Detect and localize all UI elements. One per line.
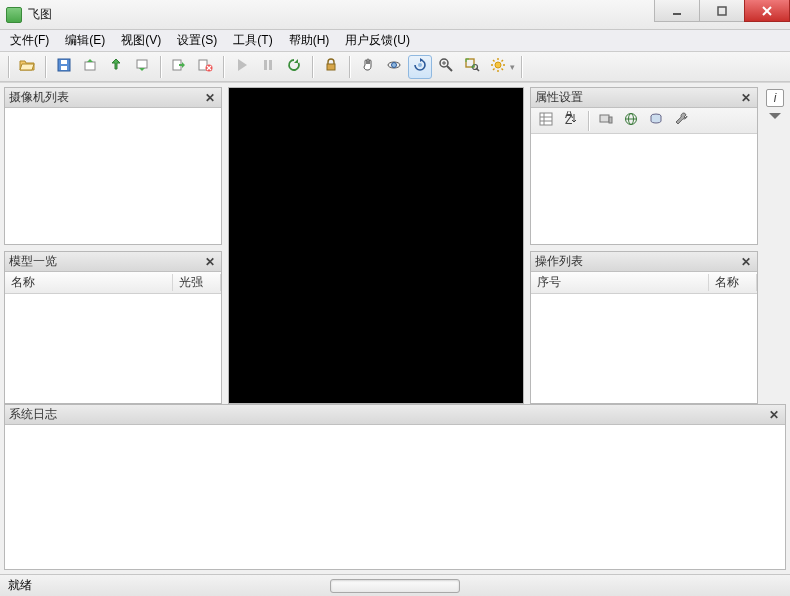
categorize-icon	[538, 111, 554, 130]
svg-line-31	[493, 60, 495, 62]
panel-close-button[interactable]: ✕	[739, 255, 753, 269]
sun-button[interactable]	[486, 55, 510, 79]
pause-button[interactable]	[256, 55, 280, 79]
operation-list-body: 序号 名称	[531, 272, 757, 403]
device-icon	[598, 111, 614, 130]
panel-header: 摄像机列表 ✕	[5, 88, 221, 108]
operation-list-panel: 操作列表 ✕ 序号 名称	[530, 251, 758, 404]
zoom-icon	[438, 57, 454, 76]
zoom-button[interactable]	[434, 55, 458, 79]
viewport-3d[interactable]	[228, 87, 524, 404]
separator	[349, 56, 350, 78]
camera-list-panel: 摄像机列表 ✕	[4, 87, 222, 245]
maximize-button[interactable]	[699, 0, 745, 22]
cancel-import-button[interactable]	[193, 55, 217, 79]
zoom-window-icon	[464, 57, 480, 76]
wrench-button[interactable]	[670, 110, 692, 132]
svg-point-26	[495, 62, 501, 68]
orbit-button[interactable]	[382, 55, 406, 79]
side-buttons: i	[764, 87, 786, 404]
minimize-button[interactable]	[654, 0, 700, 22]
window-controls	[655, 0, 790, 29]
redo-button[interactable]	[130, 55, 154, 79]
col-intensity[interactable]: 光强	[173, 274, 221, 291]
col-opname[interactable]: 名称	[709, 274, 757, 291]
play-button[interactable]	[230, 55, 254, 79]
separator	[45, 56, 46, 78]
separator	[521, 56, 522, 78]
panel-header: 操作列表 ✕	[531, 252, 757, 272]
import-icon	[171, 57, 187, 76]
categorize-button[interactable]	[535, 110, 557, 132]
dropdown-indicator-icon: ▾	[510, 62, 515, 72]
panel-title: 属性设置	[535, 89, 583, 106]
svg-rect-42	[609, 117, 612, 123]
property-body[interactable]	[531, 134, 757, 244]
info-side-button[interactable]: i	[766, 89, 784, 107]
info-icon: i	[774, 91, 777, 105]
panel-header: 系统日志 ✕	[5, 405, 785, 425]
rotate-icon	[412, 57, 428, 76]
close-button[interactable]	[744, 0, 790, 22]
left-column: 摄像机列表 ✕ 模型一览 ✕ 名称 光强	[4, 87, 222, 404]
refresh-button[interactable]	[282, 55, 306, 79]
col-name[interactable]: 名称	[5, 274, 173, 291]
web-button[interactable]	[620, 110, 642, 132]
title-bar: 飞图	[0, 0, 790, 30]
expand-side-button[interactable]	[769, 113, 781, 119]
svg-line-32	[502, 69, 504, 71]
separator	[312, 56, 313, 78]
orbit-icon	[386, 57, 402, 76]
model-list-body: 名称 光强	[5, 272, 221, 403]
panel-close-button[interactable]: ✕	[203, 91, 217, 105]
panel-close-button[interactable]: ✕	[767, 408, 781, 422]
separator	[223, 56, 224, 78]
hand-button[interactable]	[356, 55, 380, 79]
svg-rect-35	[540, 113, 552, 125]
lock-button[interactable]	[319, 55, 343, 79]
undo-icon	[82, 57, 98, 76]
svg-rect-14	[264, 60, 267, 70]
svg-point-19	[418, 63, 422, 67]
menu-tools[interactable]: 工具(T)	[225, 30, 280, 51]
cancel-import-icon	[197, 57, 213, 76]
disk-button[interactable]	[645, 110, 667, 132]
menu-view[interactable]: 视图(V)	[113, 30, 169, 51]
log-body[interactable]	[5, 425, 785, 569]
wrench-icon	[673, 111, 689, 130]
menu-edit[interactable]: 编辑(E)	[57, 30, 113, 51]
menu-bar: 文件(F) 编辑(E) 视图(V) 设置(S) 工具(T) 帮助(H) 用户反馈…	[0, 30, 790, 52]
zoom-window-button[interactable]	[460, 55, 484, 79]
panel-close-button[interactable]: ✕	[739, 91, 753, 105]
col-seq[interactable]: 序号	[531, 274, 709, 291]
menu-settings[interactable]: 设置(S)	[169, 30, 225, 51]
status-bar: 就绪	[0, 574, 790, 596]
rotate-button[interactable]	[408, 55, 432, 79]
svg-rect-16	[327, 64, 335, 70]
camera-list-body[interactable]	[5, 108, 221, 244]
system-log-panel: 系统日志 ✕	[4, 404, 786, 570]
sort-icon: AZ	[563, 111, 579, 130]
svg-line-21	[447, 66, 452, 71]
sort-button[interactable]: AZ	[560, 110, 582, 132]
workspace: 摄像机列表 ✕ 模型一览 ✕ 名称 光强	[0, 82, 790, 574]
device-button[interactable]	[595, 110, 617, 132]
panel-title: 操作列表	[535, 253, 583, 270]
menu-help[interactable]: 帮助(H)	[281, 30, 338, 51]
save-button[interactable]	[52, 55, 76, 79]
svg-rect-1	[718, 7, 726, 15]
import-button[interactable]	[167, 55, 191, 79]
menu-file[interactable]: 文件(F)	[2, 30, 57, 51]
property-panel: 属性设置 ✕ AZ	[530, 87, 758, 245]
open-button[interactable]	[15, 55, 39, 79]
separator	[588, 111, 589, 131]
window-title: 飞图	[28, 6, 52, 23]
menu-feedback[interactable]: 用户反馈(U)	[337, 30, 418, 51]
title-bar-left: 飞图	[6, 6, 52, 23]
up-button[interactable]	[104, 55, 128, 79]
lock-icon	[323, 57, 339, 76]
pause-icon	[260, 57, 276, 76]
up-icon	[108, 57, 124, 76]
panel-close-button[interactable]: ✕	[203, 255, 217, 269]
undo-button[interactable]	[78, 55, 102, 79]
